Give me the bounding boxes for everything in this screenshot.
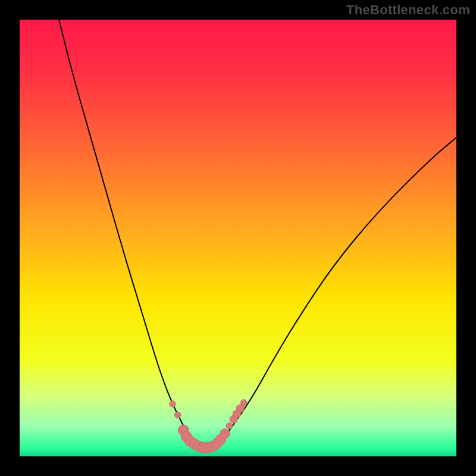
curve-marker <box>220 429 230 439</box>
curve-marker <box>226 422 232 428</box>
plot-background <box>20 20 456 456</box>
curve-marker <box>170 401 176 407</box>
bottleneck-chart <box>0 0 476 476</box>
curve-marker <box>240 400 246 406</box>
curve-marker <box>175 412 181 418</box>
chart-frame: TheBottleneck.com <box>0 0 476 476</box>
watermark-text: TheBottleneck.com <box>346 2 470 18</box>
